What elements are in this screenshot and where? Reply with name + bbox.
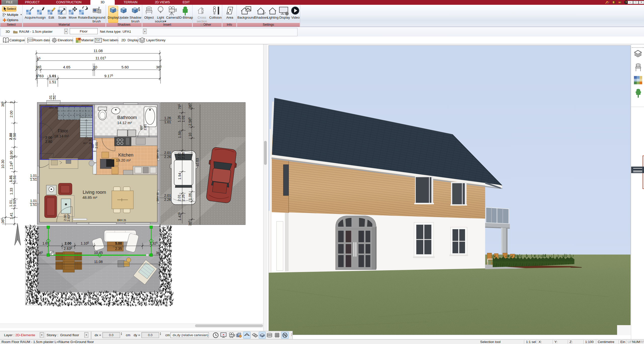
- svg-text:BRH 30: BRH 30: [157, 193, 159, 201]
- svg-text:1.01: 1.01: [181, 115, 185, 122]
- svg-text:1.41: 1.41: [9, 212, 13, 219]
- svg-text:1.01: 1.01: [49, 74, 56, 78]
- svg-text:2.80: 2.80: [45, 140, 52, 144]
- svg-text:1.06: 1.06: [188, 193, 192, 200]
- svg-text:ROOM: ROOM: [28, 39, 33, 41]
- svg-text:1.51: 1.51: [30, 177, 37, 181]
- svg-text:?: ?: [625, 1, 627, 4]
- svg-text:2.01: 2.01: [177, 194, 181, 201]
- svg-text:1.94: 1.94: [178, 173, 182, 179]
- svg-text:1.01: 1.01: [30, 174, 37, 178]
- svg-text:2.50: 2.50: [13, 133, 17, 140]
- svg-text:TXT: TXT: [96, 39, 101, 42]
- svg-text:11.08: 11.08: [94, 260, 103, 264]
- svg-text:1.59: 1.59: [178, 131, 182, 138]
- svg-text:2.01: 2.01: [164, 151, 171, 155]
- svg-text:2.00: 2.00: [64, 241, 71, 245]
- svg-text:2.01: 2.01: [143, 124, 147, 130]
- svg-text:10: 10: [188, 133, 192, 137]
- svg-text:10.45: 10.45: [94, 251, 103, 255]
- svg-text:1.01: 1.01: [9, 175, 13, 182]
- svg-text:Floor: Floor: [58, 128, 68, 133]
- svg-text:2.35: 2.35: [115, 247, 122, 251]
- svg-text:1.01: 1.01: [164, 120, 171, 124]
- svg-text:1.33: 1.33: [9, 188, 13, 195]
- svg-text:2.00: 2.00: [9, 133, 13, 140]
- svg-text:10.30: 10.30: [1, 160, 5, 168]
- svg-text:11.015: 11.015: [95, 56, 106, 60]
- svg-text:5.00: 5.00: [115, 241, 122, 245]
- svg-text:5.60: 5.60: [121, 65, 129, 69]
- svg-text:10: 10: [93, 65, 97, 69]
- svg-text:1.51: 1.51: [49, 80, 56, 84]
- svg-text:?: ?: [229, 8, 231, 13]
- svg-text:BRH 30: BRH 30: [157, 150, 159, 159]
- svg-text:18.14 m²: 18.14 m²: [54, 134, 69, 138]
- svg-text:2.26: 2.26: [164, 155, 171, 159]
- svg-text:2.01: 2.01: [177, 152, 181, 159]
- svg-text:2.26: 2.26: [164, 198, 171, 202]
- svg-text:Bathroom: Bathroom: [117, 115, 137, 120]
- svg-text:3: 3: [9, 101, 13, 103]
- svg-text:BRH 75: BRH 75: [49, 107, 57, 109]
- svg-text:48.85 m²: 48.85 m²: [82, 195, 97, 200]
- svg-text:19.20 m²: 19.20 m²: [116, 158, 131, 162]
- svg-text:1.26: 1.26: [177, 115, 181, 122]
- svg-text:1.01: 1.01: [9, 200, 13, 207]
- svg-text:2.26: 2.26: [181, 152, 185, 159]
- svg-text:4.65: 4.65: [63, 65, 70, 69]
- svg-text:2.26: 2.26: [181, 194, 185, 201]
- svg-text:11.03: 11.03: [195, 158, 199, 167]
- svg-text:11.08: 11.08: [94, 49, 103, 53]
- svg-text:14.12 m²: 14.12 m²: [117, 121, 132, 125]
- svg-text:Living room: Living room: [83, 190, 106, 195]
- svg-text:1.51: 1.51: [13, 175, 17, 182]
- svg-text:2.00: 2.00: [45, 136, 52, 140]
- svg-text:10.90: 10.90: [9, 150, 13, 159]
- svg-text:1.51: 1.51: [13, 200, 17, 207]
- svg-text:2.00: 2.00: [63, 215, 67, 221]
- svg-text:2.01: 2.01: [164, 194, 171, 198]
- svg-text:1.26: 1.26: [164, 116, 171, 120]
- svg-text:6583: 6583: [36, 74, 44, 78]
- svg-text:1.01: 1.01: [30, 199, 37, 203]
- svg-text:Kitchen: Kitchen: [118, 152, 133, 158]
- svg-text:1.51: 1.51: [30, 203, 37, 207]
- svg-text:BRH 26: BRH 26: [117, 219, 126, 222]
- svg-text:2.01: 2.01: [95, 142, 98, 148]
- svg-text:2.00: 2.00: [9, 110, 13, 117]
